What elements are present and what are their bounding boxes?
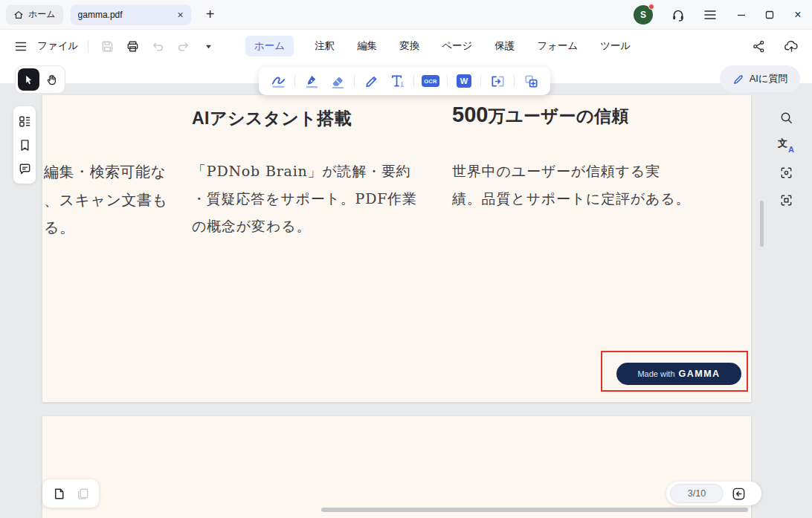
exit-icon	[731, 486, 747, 502]
single-page-button[interactable]	[50, 485, 68, 502]
compare-icon	[489, 73, 506, 90]
divider	[88, 40, 88, 52]
text-line: 編集・検索可能な	[44, 158, 167, 187]
menubar: ファイル ホーム 注釈 編集 変換 ページ 保護	[0, 30, 812, 62]
eraser-tool-button[interactable]	[328, 71, 347, 91]
main-menu-button[interactable]	[703, 10, 717, 20]
crop-page-icon	[779, 193, 793, 207]
snapshot-page-button[interactable]	[777, 191, 795, 209]
column-left-text: 編集・検索可能な 、スキャン文書も る。	[44, 158, 167, 242]
made-with-gamma-badge: Made with GAMMA	[616, 363, 741, 385]
search-button[interactable]	[777, 109, 795, 126]
bookmarks-panel-button[interactable]	[16, 136, 33, 154]
page-icon	[52, 487, 66, 501]
home-button[interactable]: ホーム	[6, 5, 63, 25]
home-label: ホーム	[28, 8, 56, 21]
tab-home[interactable]: ホーム	[245, 36, 294, 56]
signature-tool-button[interactable]	[268, 71, 288, 91]
page-indicator[interactable]: 3/10	[670, 484, 724, 503]
hand-icon	[45, 74, 58, 86]
quick-tools-bar: OCR W	[259, 67, 550, 95]
menubar-right-group	[750, 30, 800, 62]
document-canvas[interactable]: 編集・検索可能な 、スキャン文書も る。 AIアシスタント搭載 「PDNob B…	[0, 83, 812, 518]
tab-page[interactable]: ページ	[440, 36, 474, 56]
cursor-arrow-icon	[23, 74, 34, 85]
redo-button[interactable]	[174, 37, 192, 55]
divider	[514, 75, 515, 87]
column-middle-body: 「PDNob Brain」が読解・要約 ・質疑応答をサポート。PDF作業 の概念…	[192, 158, 445, 240]
close-window-button[interactable]: ×	[784, 0, 812, 30]
page-view-tools	[42, 479, 99, 508]
horizontal-scrollbar[interactable]	[321, 508, 748, 512]
search-icon	[779, 111, 793, 125]
compare-files-button[interactable]	[488, 71, 507, 91]
tab-protect[interactable]: 保護	[493, 36, 516, 56]
ask-ai-button[interactable]: AIに質問	[720, 65, 800, 92]
annotation-rectangle[interactable]: Made with GAMMA	[601, 351, 748, 392]
print-button[interactable]	[123, 37, 141, 55]
page-navigation: 3/10	[666, 482, 761, 505]
text-line: 績。品質とサポートに定評がある。	[452, 185, 720, 213]
heading-number: 500	[452, 103, 488, 127]
thumbnails-icon	[18, 114, 32, 129]
divider	[354, 75, 355, 87]
add-text-button[interactable]	[387, 71, 407, 91]
heading-text: 万ユーザーの信頼	[488, 105, 629, 128]
thumbnail-panel-button[interactable]	[16, 112, 33, 130]
translate-icon: 文 A	[778, 137, 794, 153]
ocr-tool-button[interactable]: OCR	[421, 71, 440, 91]
translate-button[interactable]: 文 A	[777, 136, 795, 154]
new-tab-button[interactable]: +	[202, 6, 219, 23]
tab-convert[interactable]: 変換	[398, 36, 421, 56]
quick-access-caret-icon[interactable]	[199, 37, 217, 55]
stamp-tool-button[interactable]	[302, 71, 321, 91]
select-tool-button[interactable]	[18, 68, 39, 91]
pdf-editor-app: ホーム gamma.pdf × + S × ファイ	[0, 0, 812, 518]
share-button[interactable]	[750, 37, 767, 55]
edit-text-button[interactable]	[361, 71, 381, 91]
comments-panel-button[interactable]	[16, 160, 33, 178]
ocr-icon: OCR	[422, 75, 439, 87]
snapshot-area-button[interactable]	[777, 164, 795, 181]
tab-form[interactable]: フォーム	[535, 36, 579, 56]
text-line: 「PDNob Brain」が読解・要約	[192, 158, 445, 185]
badge-prefix: Made with	[637, 369, 674, 378]
cloud-upload-button[interactable]	[782, 37, 800, 55]
pointer-tool-group	[15, 65, 65, 94]
exit-view-button[interactable]	[729, 485, 747, 502]
minimize-button[interactable]	[727, 0, 755, 30]
batch-process-button[interactable]	[521, 71, 541, 91]
column-middle-heading: AIアシスタント搭載	[192, 107, 352, 130]
pages-copy-icon	[76, 487, 90, 501]
badge-brand: GAMMA	[679, 369, 721, 379]
convert-to-word-button[interactable]: W	[454, 71, 474, 91]
divider	[480, 75, 481, 87]
hand-tool-button[interactable]	[41, 68, 62, 91]
save-button[interactable]	[98, 37, 116, 55]
tab-tools[interactable]: ツール	[599, 36, 632, 56]
column-right-heading: 500 万ユーザーの信頼	[452, 103, 629, 128]
file-group: ファイル	[12, 30, 217, 62]
text-line: 、スキャン文書も	[44, 187, 167, 215]
tab-edit[interactable]: 編集	[355, 36, 378, 56]
multi-page-button[interactable]	[74, 485, 91, 502]
file-menu-label[interactable]: ファイル	[37, 39, 78, 53]
support-headset-button[interactable]	[671, 7, 686, 22]
document-tab-title: gamma.pdf	[78, 10, 173, 20]
tab-annotate[interactable]: 注釈	[313, 36, 336, 56]
file-menu-icon[interactable]	[12, 37, 30, 55]
signature-icon	[270, 73, 287, 90]
word-icon: W	[457, 74, 471, 88]
divider	[413, 75, 414, 87]
right-tool-rail: 文 A	[776, 109, 796, 209]
document-tab[interactable]: gamma.pdf ×	[71, 4, 191, 25]
undo-button[interactable]	[149, 37, 167, 55]
pencil-icon	[363, 73, 380, 90]
account-avatar[interactable]: S	[634, 5, 653, 25]
batch-icon	[523, 73, 540, 90]
vertical-scrollbar[interactable]	[760, 201, 764, 247]
ask-ai-label: AIに質問	[750, 72, 788, 85]
tab-close-icon[interactable]: ×	[177, 10, 183, 20]
maximize-button[interactable]	[755, 0, 784, 30]
left-panel-rail	[13, 106, 36, 184]
